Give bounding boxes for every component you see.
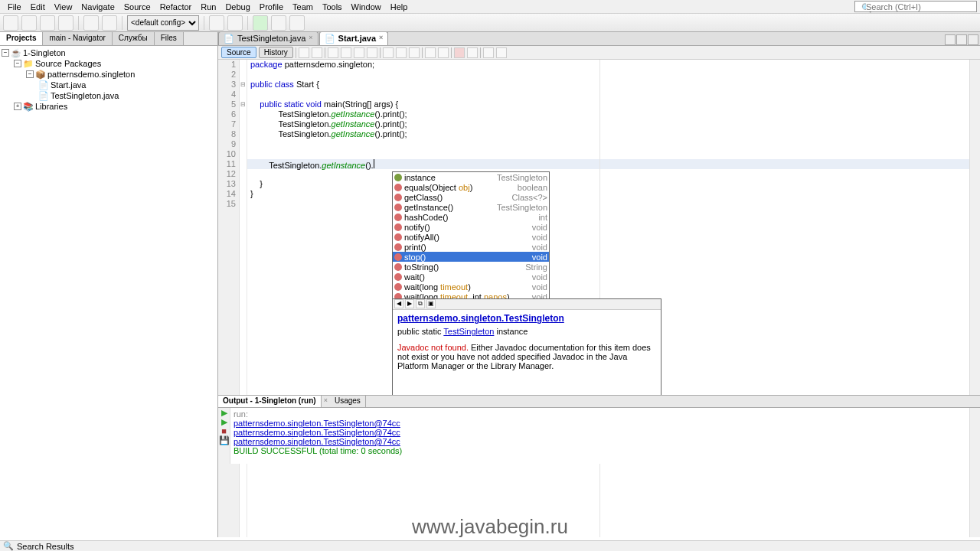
tab-navigator[interactable]: main - Navigator — [43, 32, 112, 45]
javadoc-class-link[interactable]: patternsdemo.singleton.TestSingleton — [397, 313, 656, 324]
menu-team[interactable]: Team — [288, 2, 318, 11]
open-source-icon[interactable]: ▣ — [426, 299, 436, 308]
tab-files[interactable]: Files — [155, 32, 184, 45]
completion-item[interactable]: equals(Object obj)boolean — [393, 182, 549, 192]
stop-icon[interactable]: ■ — [218, 426, 230, 435]
menu-source[interactable]: Source — [119, 2, 155, 11]
type-link[interactable]: TestSingleton — [443, 327, 494, 336]
stop-icon[interactable] — [454, 47, 465, 58]
editor-tab-start[interactable]: 📄Start.java× — [319, 32, 389, 45]
nav-back-icon[interactable]: ◀ — [394, 299, 403, 308]
tab-usages[interactable]: Usages — [330, 396, 366, 407]
tree-src[interactable]: Source Packages — [35, 59, 101, 68]
maximize-icon[interactable] — [968, 34, 978, 45]
editor-scrollbar[interactable] — [969, 60, 980, 537]
tab-projects[interactable]: Projects — [0, 32, 43, 45]
menu-debug[interactable]: Debug — [220, 2, 254, 11]
history-view-button[interactable]: History — [259, 47, 293, 58]
completion-item[interactable]: getInstance()TestSingleton — [393, 202, 549, 212]
collapse-icon[interactable]: − — [26, 70, 34, 78]
toggle-bookmark-icon[interactable] — [409, 47, 420, 58]
source-view-button[interactable]: Source — [221, 47, 256, 58]
find-prev-icon[interactable] — [341, 47, 351, 58]
expand-icon[interactable]: + — [14, 103, 21, 110]
nav-forward-icon[interactable]: ▶ — [405, 299, 414, 308]
tree-libraries[interactable]: Libraries — [35, 102, 67, 111]
menu-help[interactable]: Help — [386, 2, 413, 11]
code-completion-popup[interactable]: instanceTestSingleton equals(Object obj)… — [392, 171, 550, 302]
shift-right-icon[interactable] — [438, 47, 449, 58]
tree-package[interactable]: patternsdemo.singleton — [47, 70, 135, 79]
new-project-button[interactable] — [21, 15, 37, 31]
run-config-select[interactable]: <default config> — [127, 15, 199, 31]
build-button[interactable] — [209, 15, 224, 31]
profile-button[interactable] — [289, 15, 305, 31]
rerun-icon[interactable]: ▶ — [218, 408, 230, 417]
project-tree[interactable]: −☕1-Singleton −📁Source Packages −📦patter… — [0, 46, 217, 113]
menu-profile[interactable]: Profile — [255, 2, 288, 11]
undo-button[interactable] — [83, 15, 99, 31]
rerun-debug-icon[interactable]: ▶ — [218, 417, 230, 426]
output-line[interactable]: patternsdemo.singleton.TestSingleton@74c… — [234, 437, 977, 446]
output-scrollbar[interactable] — [969, 408, 980, 464]
open-browser-icon[interactable]: ⧉ — [416, 299, 425, 308]
collapse-icon[interactable]: − — [14, 60, 21, 67]
menu-run[interactable]: Run — [196, 2, 220, 11]
completion-item[interactable]: notifyAll()void — [393, 232, 549, 242]
menu-window[interactable]: Window — [347, 2, 386, 11]
format-icon[interactable] — [496, 47, 507, 58]
editor-tab-testsingleton[interactable]: 📄TestSingleton.java× — [218, 32, 318, 45]
run-button[interactable] — [253, 15, 268, 31]
completion-item[interactable]: wait(long timeout)void — [393, 282, 549, 292]
open-button[interactable] — [40, 15, 55, 31]
save-icon[interactable]: 💾 — [218, 435, 230, 445]
search-input[interactable] — [866, 2, 958, 11]
completion-item[interactable]: toString()String — [393, 262, 549, 272]
completion-item[interactable]: print()void — [393, 242, 549, 252]
collapse-icon[interactable]: − — [2, 49, 9, 57]
completion-item[interactable]: wait()void — [393, 272, 549, 282]
find-next-icon[interactable] — [354, 47, 364, 58]
completion-item-selected[interactable]: stop()void — [393, 252, 549, 262]
menu-refactor[interactable]: Refactor — [155, 2, 197, 11]
prev-bookmark-icon[interactable] — [383, 47, 394, 58]
save-all-button[interactable] — [58, 15, 74, 31]
output-line[interactable]: patternsdemo.singleton.TestSingleton@74c… — [234, 419, 977, 428]
tab-scroll-left-icon[interactable] — [945, 34, 956, 45]
tree-project[interactable]: 1-Singleton — [23, 48, 66, 57]
clean-build-button[interactable] — [227, 15, 243, 31]
comment-icon[interactable] — [467, 47, 478, 58]
next-bookmark-icon[interactable] — [396, 47, 407, 58]
completion-item[interactable]: notify()void — [393, 222, 549, 232]
javadoc-signature: public static TestSingleton instance — [397, 327, 656, 337]
tree-file-testsingleton[interactable]: TestSingleton.java — [51, 91, 119, 100]
tab-output[interactable]: Output - 1-Singleton (run) — [218, 396, 322, 407]
completion-item[interactable]: instanceTestSingleton — [393, 172, 549, 182]
toggle-highlight-icon[interactable] — [367, 47, 377, 58]
method-icon — [394, 204, 402, 211]
completion-item[interactable]: hashCode()int — [393, 212, 549, 222]
redo-button[interactable] — [102, 15, 117, 31]
menu-view[interactable]: View — [50, 2, 77, 11]
menu-navigate[interactable]: Navigate — [77, 2, 119, 11]
close-icon[interactable]: × — [309, 34, 312, 44]
new-file-button[interactable] — [3, 15, 18, 31]
completion-item[interactable]: getClass()Class<?> — [393, 192, 549, 202]
find-selection-icon[interactable] — [328, 47, 338, 58]
shift-left-icon[interactable] — [425, 47, 436, 58]
close-icon[interactable]: × — [379, 34, 383, 44]
nav-back-icon[interactable] — [299, 47, 309, 58]
tab-services[interactable]: Службы — [113, 32, 155, 45]
nav-forward-icon[interactable] — [312, 47, 322, 58]
menu-edit[interactable]: Edit — [26, 2, 50, 11]
tree-file-start[interactable]: Start.java — [51, 80, 86, 90]
uncomment-icon[interactable] — [483, 47, 494, 58]
close-icon[interactable]: × — [322, 396, 330, 407]
output-console[interactable]: run: patternsdemo.singleton.TestSingleto… — [230, 408, 980, 464]
output-line[interactable]: patternsdemo.singleton.TestSingleton@74c… — [234, 428, 977, 437]
quick-search[interactable]: 🔍 — [854, 1, 977, 12]
menu-file[interactable]: File — [3, 2, 26, 11]
debug-button[interactable] — [271, 15, 286, 31]
tab-list-icon[interactable] — [956, 34, 967, 45]
menu-tools[interactable]: Tools — [318, 2, 347, 11]
